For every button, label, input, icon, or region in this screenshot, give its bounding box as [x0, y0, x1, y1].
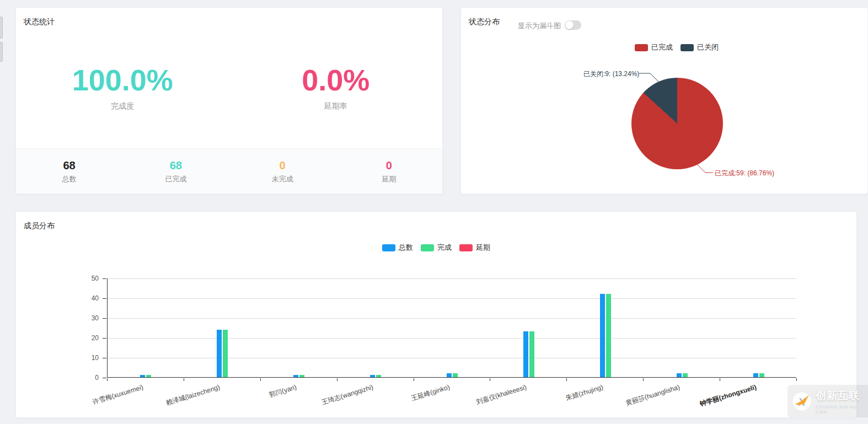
- pie-callout-closed: 已关闭:9: (13.24%): [583, 69, 639, 79]
- y-axis-tick: [103, 338, 106, 339]
- counter-total-label: 总数: [16, 174, 122, 184]
- counter-incomplete-label: 未完成: [229, 174, 336, 184]
- gridline: [108, 278, 796, 279]
- legend-label: 总数: [399, 243, 413, 253]
- legend-label: 已完成: [651, 42, 673, 52]
- bar-完成-1[interactable]: [146, 375, 151, 377]
- member-distribution-card: 成员分布 总数完成延期 许雪梅(xuxuemei)赖泽城(laizecheng)…: [15, 211, 857, 418]
- funnel-toggle-label: 显示为漏斗图: [518, 21, 561, 31]
- x-axis-tick: [490, 378, 490, 381]
- delay-rate-value: 0.0%: [229, 63, 443, 97]
- x-axis: 许雪梅(xuxuemei)赖泽城(laizecheng)郭闫(yan)王琦志(w…: [107, 382, 796, 416]
- legend-mark: [635, 44, 648, 51]
- bar-总数-5[interactable]: [447, 373, 452, 377]
- y-axis-tick-label: 20: [77, 334, 99, 342]
- x-axis-tick: [107, 378, 108, 381]
- y-axis-tick: [103, 298, 106, 299]
- bar-legend: 总数完成延期: [16, 243, 856, 253]
- gridline: [108, 298, 796, 299]
- y-axis-tick: [103, 278, 106, 279]
- pie-chart[interactable]: [631, 78, 723, 169]
- status-distribution-card: 状态分布 显示为漏斗图 已完成已关闭 已关闭:9: (13.24%) 已完成:5…: [460, 7, 868, 194]
- completion-rate-value: 100.0%: [16, 63, 229, 97]
- counter-completed: 68 已完成: [122, 159, 229, 184]
- legend-mark: [382, 244, 395, 251]
- x-axis-tick: [184, 378, 184, 381]
- delay-rate-label: 延期率: [229, 101, 443, 111]
- bar-plot-area: [107, 278, 796, 378]
- legend-item[interactable]: 延期: [459, 243, 490, 253]
- bar-完成-7[interactable]: [606, 294, 611, 377]
- status-stats-title: 状态统计: [24, 17, 55, 27]
- watermark-brand-sub: CHUANG XIN HU LIAN: [816, 404, 868, 414]
- bar-完成-9[interactable]: [759, 373, 764, 377]
- gridline: [108, 358, 796, 358]
- pie-legend: 已完成已关闭: [486, 42, 867, 52]
- metrics-row: 100.0% 完成度 0.0% 延期率: [16, 63, 442, 111]
- legend-label: 完成: [437, 243, 452, 253]
- completion-metric: 100.0% 完成度: [16, 63, 229, 111]
- x-axis-tick: [337, 378, 337, 381]
- status-stats-card: 状态统计 100.0% 完成度 0.0% 延期率 68 总数 68 已完成 0: [15, 7, 443, 194]
- bar-总数-3[interactable]: [293, 375, 298, 377]
- x-axis-tick: [566, 378, 567, 381]
- completion-rate-label: 完成度: [16, 101, 229, 111]
- y-axis-tick: [103, 358, 106, 358]
- pie-callout-done: 已完成:59: (86.76%): [715, 169, 774, 178]
- left-scrollbar-handle[interactable]: [0, 42, 3, 62]
- x-axis-tick: [796, 378, 797, 381]
- gridline: [108, 318, 796, 319]
- bar-总数-9[interactable]: [753, 373, 758, 377]
- counter-delayed-label: 延期: [336, 174, 442, 184]
- bar-完成-5[interactable]: [453, 373, 458, 377]
- bar-总数-6[interactable]: [523, 331, 528, 377]
- counter-completed-label: 已完成: [122, 174, 229, 184]
- y-axis-tick-label: 0: [77, 374, 99, 382]
- bar-完成-4[interactable]: [376, 375, 381, 377]
- counter-completed-value: 68: [122, 159, 229, 172]
- legend-mark: [681, 44, 694, 51]
- counter-delayed: 0 延期: [336, 159, 442, 184]
- x-axis-tick: [720, 378, 720, 381]
- bar-总数-1[interactable]: [140, 375, 145, 377]
- watermark-logo-icon: X: [792, 391, 812, 412]
- x-axis-tick: [643, 378, 644, 381]
- counter-incomplete: 0 未完成: [229, 159, 336, 184]
- status-distribution-title: 状态分布: [469, 17, 500, 27]
- bar-总数-7[interactable]: [600, 294, 605, 377]
- y-axis-tick: [103, 378, 106, 378]
- dashboard: 状态统计 100.0% 完成度 0.0% 延期率 68 总数 68 已完成 0: [0, 0, 868, 424]
- bar-完成-8[interactable]: [683, 373, 688, 377]
- legend-mark: [421, 244, 434, 251]
- y-axis-tick-label: 10: [77, 354, 99, 362]
- legend-item[interactable]: 已关闭: [681, 42, 719, 52]
- funnel-toggle-switch[interactable]: [565, 20, 581, 30]
- y-axis-tick-label: 30: [77, 314, 99, 322]
- bar-总数-8[interactable]: [677, 373, 682, 377]
- watermark: X 创新互联 CHUANG XIN HU LIAN: [787, 385, 868, 417]
- bar-总数-2[interactable]: [217, 330, 222, 377]
- delay-metric: 0.0% 延期率: [229, 63, 443, 111]
- left-scrollbar-handle[interactable]: [0, 17, 3, 39]
- legend-item[interactable]: 已完成: [635, 42, 673, 52]
- gridline: [108, 338, 796, 339]
- bar-总数-4[interactable]: [370, 375, 375, 377]
- legend-mark: [459, 244, 473, 251]
- x-axis-tick: [260, 378, 261, 381]
- watermark-brand: 创新互联: [816, 389, 868, 403]
- legend-item[interactable]: 总数: [382, 243, 413, 253]
- member-distribution-title: 成员分布: [24, 221, 55, 231]
- legend-item[interactable]: 完成: [421, 243, 452, 253]
- x-axis-tick: [414, 378, 414, 381]
- counter-total: 68 总数: [16, 159, 122, 184]
- counter-total-value: 68: [16, 159, 122, 172]
- counters-row: 68 总数 68 已完成 0 未完成 0 延期: [16, 148, 442, 194]
- legend-label: 延期: [476, 243, 490, 253]
- counter-incomplete-value: 0: [229, 159, 336, 172]
- bar-完成-6[interactable]: [529, 331, 534, 377]
- bar-完成-3[interactable]: [299, 375, 304, 377]
- y-axis-tick-label: 40: [77, 294, 99, 302]
- bar-完成-2[interactable]: [223, 330, 228, 377]
- legend-label: 已关闭: [697, 42, 719, 52]
- counter-delayed-value: 0: [336, 159, 442, 172]
